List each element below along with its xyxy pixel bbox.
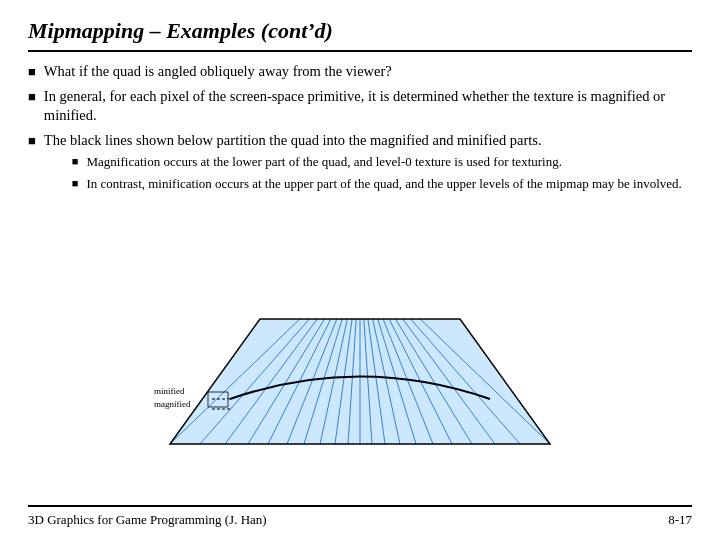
label-magnified: magnified [154, 399, 191, 409]
bullet-text-1: What if the quad is angled obliquely awa… [44, 62, 692, 82]
sub-bullet-text-2: In contrast, minification occurs at the … [87, 175, 692, 193]
bullet-text-3: The black lines shown below partition th… [44, 131, 692, 197]
footer-left: 3D Graphics for Game Programming (J. Han… [28, 512, 267, 528]
slide-content: ■ What if the quad is angled obliquely a… [28, 62, 692, 501]
diagram-svg: minified magnified [150, 259, 570, 449]
slide-title: Mipmapping – Examples (cont’d) [28, 18, 692, 52]
bullet-text-2: In general, for each pixel of the screen… [44, 87, 692, 126]
bullet-list: ■ What if the quad is angled obliquely a… [28, 62, 692, 201]
diagram-area: minified magnified [28, 207, 692, 501]
sub-bullet-item-2: ■ In contrast, minification occurs at th… [72, 175, 692, 193]
footer-right: 8-17 [668, 512, 692, 528]
sub-bullet-marker-2: ■ [72, 176, 79, 191]
sub-bullet-text-1: Magnification occurs at the lower part o… [87, 153, 692, 171]
bullet-marker-1: ■ [28, 63, 36, 81]
bullet-marker-3: ■ [28, 132, 36, 150]
sub-bullet-item-1: ■ Magnification occurs at the lower part… [72, 153, 692, 171]
bullet-item-1: ■ What if the quad is angled obliquely a… [28, 62, 692, 82]
bullet-marker-2: ■ [28, 88, 36, 106]
sub-bullet-list: ■ Magnification occurs at the lower part… [72, 153, 692, 192]
footer: 3D Graphics for Game Programming (J. Han… [28, 505, 692, 528]
bullet-item-3: ■ The black lines shown below partition … [28, 131, 692, 197]
label-minified: minified [154, 386, 185, 396]
bullet-item-2: ■ In general, for each pixel of the scre… [28, 87, 692, 126]
slide: Mipmapping – Examples (cont’d) ■ What if… [0, 0, 720, 540]
sub-bullet-marker-1: ■ [72, 154, 79, 169]
